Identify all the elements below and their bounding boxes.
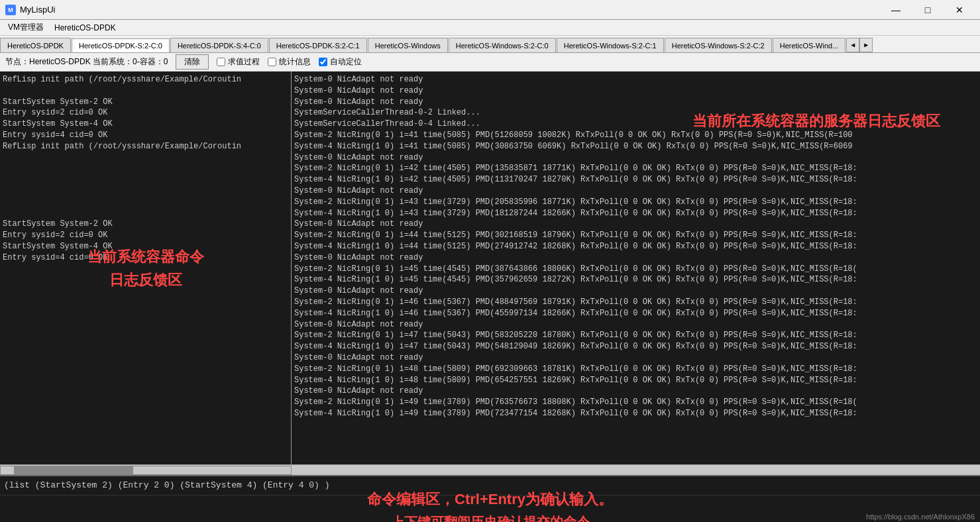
left-panel: RefLisp init path (/root/yssshare/Exampl… [0,72,292,464]
command-input[interactable] [4,497,976,521]
left-log-line [3,163,288,174]
right-log-line: System-2 NicRing(0 1) i=42 time(4505) PM… [294,163,977,174]
left-log-line [3,152,288,164]
h-scroll-track[interactable] [0,466,292,475]
left-log[interactable]: RefLisp init path (/root/yssshare/Exampl… [0,72,291,464]
right-log-line: System-0 NicAdapt not ready [294,152,977,164]
tab-heretic-dpdk[interactable]: HereticOS-DPDK [0,38,71,52]
left-log-line: StartSystem System-4 OK [3,241,288,252]
checkbox-eval-process[interactable]: 求值过程 [217,56,260,68]
left-log-line: Entry sysid=2 cid=0 OK [3,107,288,119]
checkbox-stats[interactable]: 统计信息 [268,56,311,68]
right-log-line: System-4 NicRing(1 0) i=47 time(5043) PM… [294,341,977,352]
menu-vm[interactable]: VM管理器 [3,21,49,34]
right-log-line: System-4 NicRing(1 0) i=44 time(5125) PM… [294,241,977,252]
main-content: RefLisp init path (/root/yssshare/Exampl… [0,72,980,464]
checkbox-auto-locate[interactable]: 自动定位 [319,56,362,68]
right-log-line: System-2 NicRing(0 1) i=41 time(5085) PM… [294,130,977,141]
auto-locate-label: 自动定位 [330,56,362,68]
right-log-line: System-0 NicAdapt not ready [294,352,977,364]
left-log-line [3,197,288,208]
stats-label: 统计信息 [279,56,311,68]
right-log-line: System-2 NicRing(0 1) i=46 time(5367) PM… [294,297,977,308]
command-input-area [0,496,980,522]
right-log-line: System-4 NicRing(1 0) i=43 time(3729) PM… [294,208,977,219]
right-log-line: System-0 NicAdapt not ready [294,185,977,197]
right-log-line: System-4 NicRing(1 0) i=46 time(5367) PM… [294,308,977,319]
left-log-line [3,319,288,331]
left-log-line [3,308,288,319]
tab-heretic-dpdk-s2c0[interactable]: HereticOS-DPDK-S:2-C:0 [72,38,170,53]
left-log-line [3,297,288,308]
tab-heretic-windows[interactable]: HereticOS-Windows [368,38,448,52]
right-log-line: System-0 NicAdapt not ready [294,97,977,108]
right-log-line: System-2 NicRing(0 1) i=45 time(4545) PM… [294,264,977,275]
horizontal-scroll-bar[interactable] [0,464,980,475]
right-log-line: System-0 NicAdapt not ready [294,386,977,397]
right-log-line: System-2 NicRing(0 1) i=48 time(5809) PM… [294,364,977,375]
watermark: https://blog.csdn.net/AthlonxpX86 [866,513,975,521]
right-log[interactable]: System-0 NicAdapt not ready System-0 Nic… [292,72,980,464]
tab-heretic-dpdk-s4c0[interactable]: HereticOS-DPDK-S:4-C:0 [170,38,268,52]
left-log-line: StartSystem System-4 OK [3,119,288,130]
stats-checkbox[interactable] [268,58,276,66]
tab-heretic-wind[interactable]: HereticOS-Wind... [773,38,846,52]
left-log-line: Entry sysid=4 cid=0 OK [3,130,288,141]
tab-scroll-left[interactable]: ◀ [846,38,859,52]
right-panel: System-0 NicAdapt not ready System-0 Nic… [292,72,980,464]
left-log-line [3,286,288,297]
eval-process-label: 求值过程 [228,56,260,68]
command-display: (list (StartSystem 2) (Entry 2 0) (Start… [0,476,980,496]
node-info: 节点：HereticOS-DPDK 当前系统：0-容器：0 [5,56,168,68]
right-log-line: System-4 NicRing(1 0) i=45 time(4545) PM… [294,274,977,286]
tab-heretic-win-s2c0[interactable]: HereticOS-Windows-S:2-C:0 [449,38,556,52]
left-log-line [3,185,288,197]
left-log-line: RefLisp init path (/root/yssshare/Exampl… [3,74,288,85]
right-log-line: System-2 NicRing(0 1) i=44 time(5125) PM… [294,230,977,241]
tab-bar: HereticOS-DPDK HereticOS-DPDK-S:2-C:0 He… [0,36,980,53]
left-log-line [3,174,288,185]
menu-heretic[interactable]: HereticOS-DPDK [49,22,121,34]
right-log-line: System-0 NicAdapt not ready [294,85,977,97]
right-log-line: System-2 NicRing(0 1) i=43 time(3729) PM… [294,197,977,208]
app-icon: M [5,5,16,15]
left-log-line [3,264,288,275]
tab-heretic-win-s2c2[interactable]: HereticOS-Windows-S:2-C:2 [665,38,772,52]
left-log-line: Entry sysid=4 cid=0 OK [3,252,288,264]
tab-heretic-win-s2c1[interactable]: HereticOS-Windows-S:2-C:1 [557,38,664,52]
title-bar: M MyLispUi — □ ✕ [0,0,980,20]
h-scroll-thumb[interactable] [14,466,133,474]
auto-locate-checkbox[interactable] [319,58,327,66]
right-log-line: System-0 NicAdapt not ready [294,74,977,85]
command-area: (list (StartSystem 2) (Entry 2 0) (Start… [0,475,980,522]
eval-process-checkbox[interactable] [217,58,225,66]
tab-heretic-dpdk-s2c1[interactable]: HereticOS-DPDK-S:2-C:1 [269,38,367,52]
title-controls: — □ ✕ [881,3,975,17]
left-log-line [3,208,288,219]
tab-scroll-right[interactable]: ▶ [859,38,873,52]
toolbar: 节点：HereticOS-DPDK 当前系统：0-容器：0 清除 求值过程 统计… [0,53,980,72]
right-log-line: System-0 NicAdapt not ready [294,252,977,264]
minimize-button[interactable]: — [881,3,911,17]
right-log-line: System-0 NicAdapt not ready [294,219,977,230]
right-log-line: System-0 NicAdapt not ready [294,286,977,297]
left-log-line: RefLisp init path (/root/yssshare/Exampl… [3,141,288,152]
clear-button[interactable]: 清除 [176,54,209,70]
right-log-line: SystemServiceCallerThread-0-4 Linked... [294,119,977,130]
left-log-line: Entry sysid=2 cid=0 OK [3,230,288,241]
right-log-line: System-4 NicRing(1 0) i=48 time(5809) PM… [294,375,977,386]
right-log-line: System-4 NicRing(1 0) i=41 time(5085) PM… [294,141,977,152]
right-log-line: System-2 NicRing(0 1) i=47 time(5043) PM… [294,330,977,341]
title-left: M MyLispUi [5,5,55,15]
left-log-line [3,274,288,286]
right-log-line: System-4 NicRing(1 0) i=49 time(3789) PM… [294,408,977,419]
maximize-button[interactable]: □ [912,3,943,17]
right-log-line: System-4 NicRing(1 0) i=42 time(4505) PM… [294,174,977,185]
left-log-line: StartSystem System-2 OK [3,97,288,108]
left-log-line [3,85,288,97]
menu-bar: VM管理器 HereticOS-DPDK [0,20,980,36]
app-title: MyLispUi [20,5,55,15]
close-button[interactable]: ✕ [944,3,975,17]
left-log-line: StartSystem System-2 OK [3,219,288,230]
right-log-line: SystemServiceCallerThread-0-2 Linked... [294,107,977,119]
